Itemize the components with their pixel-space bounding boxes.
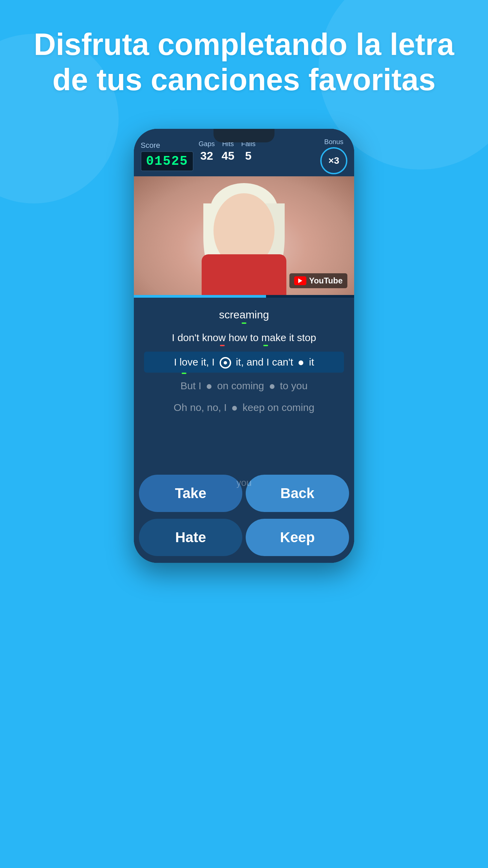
lyric-screaming: screaming (219, 307, 269, 322)
hits-value: 45 (222, 149, 235, 162)
hits-col: Hits 45 (222, 140, 235, 162)
video-progress-bar (134, 295, 354, 298)
spin-icon (220, 357, 231, 369)
lyric-oh-no: Oh no, no, I keep on coming (174, 400, 314, 415)
video-progress-fill (134, 295, 266, 298)
answer-buttons-bottom: Hate Keep (134, 515, 354, 563)
youtube-badge: YouTube (289, 273, 347, 288)
lyric-dot-oh-no (232, 406, 237, 411)
jacket (202, 254, 286, 295)
score-value: 01525 (141, 151, 194, 171)
lyrics-area: screaming I don't know how to make it st… (134, 298, 354, 468)
stats-section: Gaps 32 Hits 45 Fails 5 (199, 140, 256, 172)
score-label: Score (141, 141, 194, 150)
lyric-but-i: But I on coming to you (180, 379, 307, 393)
lyric-dont-know: I don't know how to make it stop (172, 331, 316, 345)
keep-button[interactable]: Keep (246, 519, 349, 556)
bonus-value: ×3 (328, 155, 339, 166)
youtube-label: YouTube (309, 276, 343, 285)
fails-col: Fails 5 (241, 140, 256, 162)
score-section: Score 01525 (141, 141, 194, 171)
lyric-dot-but-i-2 (270, 384, 274, 389)
lyric-underline-green-screaming (242, 322, 246, 324)
video-area[interactable]: YouTube (134, 176, 354, 295)
lyric-underline-green-1 (263, 345, 268, 346)
lyric-dot-1 (299, 360, 303, 365)
bonus-circle: ×3 (320, 147, 347, 174)
bonus-section: Bonus ×3 (320, 138, 347, 174)
phone-screen: Score 01525 Gaps 32 Hits 45 Fails 5 (134, 129, 354, 563)
take-button[interactable]: Take (139, 475, 242, 512)
youtube-icon (294, 276, 306, 285)
lyric-underline-green-2 (182, 373, 186, 374)
lyric-dot-but-i (207, 384, 211, 389)
answer-buttons-top: Take Back (134, 471, 354, 515)
gaps-value: 32 (200, 149, 213, 162)
hate-button[interactable]: Hate (139, 519, 242, 556)
bonus-label: Bonus (324, 138, 344, 146)
lyric-underline-red-1 (220, 345, 225, 346)
gaps-col: Gaps 32 (199, 140, 215, 162)
stats-header: Gaps 32 Hits 45 Fails 5 (199, 140, 256, 162)
phone-frame: Score 01525 Gaps 32 Hits 45 Fails 5 (134, 129, 354, 563)
lyric-love-it: I love it, I it, and I can't it (144, 352, 344, 373)
gaps-label: Gaps (199, 140, 215, 148)
back-button[interactable]: Back (246, 475, 349, 512)
fails-value: 5 (245, 149, 251, 162)
phone-notch (214, 129, 274, 142)
